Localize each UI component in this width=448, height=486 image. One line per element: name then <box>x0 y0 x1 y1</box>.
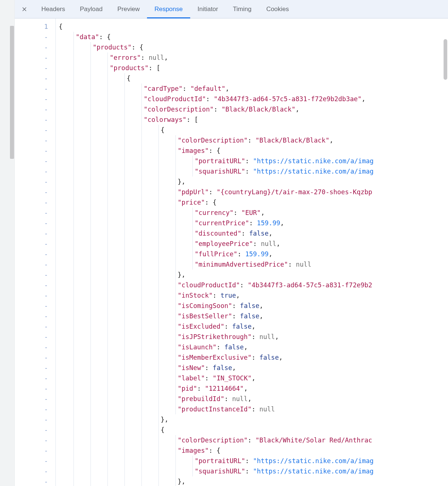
code-line[interactable]: "colorDescription": "Black/Black/Black", <box>57 135 448 146</box>
code-line[interactable]: "isBestSeller": false, <box>57 311 448 321</box>
gutter-line[interactable]: - <box>15 270 48 280</box>
code-line[interactable]: "currency": "EUR", <box>57 208 448 218</box>
scroll-thumb-left[interactable] <box>10 26 14 159</box>
gutter-line[interactable]: - <box>15 208 48 218</box>
code-line[interactable]: "squarishURL": "https://static.nike.com/… <box>57 466 448 476</box>
gutter-line[interactable]: - <box>15 218 48 228</box>
gutter-line[interactable]: - <box>15 125 48 135</box>
code-line[interactable]: "employeePrice": null, <box>57 239 448 249</box>
code-line[interactable]: "portraitURL": "https://static.nike.com/… <box>57 156 448 166</box>
code-line[interactable]: "minimumAdvertisedPrice": null <box>57 259 448 270</box>
code-line[interactable]: "price": { <box>57 197 448 208</box>
code-line[interactable]: "pid": "12114664", <box>57 383 448 394</box>
gutter-line[interactable]: - <box>15 187 48 197</box>
gutter-line[interactable]: - <box>15 456 48 466</box>
code-line[interactable]: "productInstanceId": null <box>57 404 448 414</box>
gutter-line[interactable]: - <box>15 435 48 445</box>
tab-preview[interactable]: Preview <box>110 0 147 18</box>
code-line[interactable]: "label": "IN_STOCK", <box>57 373 448 383</box>
code-line[interactable]: "portraitURL": "https://static.nike.com/… <box>57 456 448 466</box>
code-line[interactable]: "isComingSoon": false, <box>57 301 448 311</box>
gutter-line[interactable]: - <box>15 249 48 259</box>
code-line[interactable]: "isMemberExclusive": false, <box>57 352 448 363</box>
gutter-line[interactable]: - <box>15 321 48 332</box>
tab-headers[interactable]: Headers <box>34 0 72 18</box>
gutter-line[interactable]: - <box>15 373 48 383</box>
gutter-line[interactable]: - <box>15 239 48 249</box>
gutter-line[interactable]: - <box>15 73 48 83</box>
code-line[interactable]: "isExcluded": false, <box>57 321 448 332</box>
gutter-line[interactable]: - <box>15 94 48 104</box>
code-line[interactable]: "pdpUrl": "{countryLang}/t/air-max-270-s… <box>57 187 448 197</box>
code-line[interactable]: { <box>57 425 448 435</box>
code-line[interactable]: }, <box>57 270 448 280</box>
gutter-line[interactable]: - <box>15 311 48 321</box>
tab-initiator[interactable]: Initiator <box>190 0 226 18</box>
gutter-line[interactable]: - <box>15 414 48 425</box>
code-line[interactable]: "products": [ <box>57 63 448 73</box>
code-area[interactable]: 1---------------------------------------… <box>15 18 448 486</box>
code-line[interactable]: "products": { <box>57 42 448 52</box>
scroll-thumb-right[interactable] <box>444 39 447 80</box>
code-line[interactable]: "currentPrice": 159.99, <box>57 218 448 228</box>
tab-response[interactable]: Response <box>147 0 190 18</box>
code-line[interactable]: "errors": null, <box>57 52 448 63</box>
gutter-line[interactable]: - <box>15 42 48 52</box>
code-line[interactable]: { <box>57 125 448 135</box>
gutter-line[interactable]: - <box>15 466 48 476</box>
code-line[interactable]: "cardType": "default", <box>57 83 448 94</box>
gutter-line[interactable]: - <box>15 32 48 42</box>
gutter-line[interactable]: - <box>15 363 48 373</box>
gutter-line[interactable]: - <box>15 290 48 301</box>
code-line[interactable]: "prebuildId": null, <box>57 394 448 404</box>
gutter-line[interactable]: - <box>15 445 48 456</box>
gutter-line[interactable]: - <box>15 228 48 239</box>
code-line[interactable]: "images": { <box>57 146 448 156</box>
code-line[interactable]: "colorDescription": "Black/Black/Black", <box>57 104 448 114</box>
tab-timing[interactable]: Timing <box>225 0 259 18</box>
tab-cookies[interactable]: Cookies <box>259 0 296 18</box>
gutter-line[interactable]: - <box>15 394 48 404</box>
code-content[interactable]: {"data": {"products": {"errors": null,"p… <box>55 18 448 486</box>
code-line[interactable]: "images": { <box>57 445 448 456</box>
gutter-line[interactable]: - <box>15 404 48 414</box>
code-line[interactable]: "colorDescription": "Black/White/Solar R… <box>57 435 448 445</box>
gutter-line[interactable]: - <box>15 104 48 114</box>
gutter-line[interactable]: 1 <box>15 21 48 32</box>
gutter-line[interactable]: - <box>15 476 48 486</box>
code-line[interactable]: }, <box>57 414 448 425</box>
gutter-line[interactable]: - <box>15 114 48 125</box>
gutter-line[interactable]: - <box>15 52 48 63</box>
code-line[interactable]: "isNew": false, <box>57 363 448 373</box>
code-line[interactable]: }, <box>57 177 448 187</box>
gutter-line[interactable]: - <box>15 63 48 73</box>
code-line[interactable]: "isJPStrikethrough": null, <box>57 332 448 342</box>
gutter-line[interactable]: - <box>15 352 48 363</box>
code-line[interactable]: "cloudProductId": "4b3447f3-ad64-57c5-a8… <box>57 280 448 290</box>
gutter-line[interactable]: - <box>15 301 48 311</box>
gutter-line[interactable]: - <box>15 135 48 146</box>
gutter-line[interactable]: - <box>15 83 48 94</box>
gutter-line[interactable]: - <box>15 166 48 177</box>
code-line[interactable]: "squarishURL": "https://static.nike.com/… <box>57 166 448 177</box>
gutter-line[interactable]: - <box>15 342 48 352</box>
gutter-line[interactable]: - <box>15 383 48 394</box>
code-line[interactable]: "isLaunch": false, <box>57 342 448 352</box>
gutter-line[interactable]: - <box>15 156 48 166</box>
gutter-line[interactable]: - <box>15 280 48 290</box>
close-button[interactable] <box>18 3 31 16</box>
code-line[interactable]: "fullPrice": 159.99, <box>57 249 448 259</box>
gutter-line[interactable]: - <box>15 332 48 342</box>
gutter-line[interactable]: - <box>15 259 48 270</box>
code-line[interactable]: }, <box>57 476 448 486</box>
gutter-line[interactable]: - <box>15 146 48 156</box>
code-line[interactable]: "colorways": [ <box>57 114 448 125</box>
code-line[interactable]: { <box>57 73 448 83</box>
code-line[interactable]: "data": { <box>57 32 448 42</box>
code-line[interactable]: "cloudProductId": "4b3447f3-ad64-57c5-a8… <box>57 94 448 104</box>
gutter-line[interactable]: - <box>15 177 48 187</box>
code-line[interactable]: { <box>57 21 448 32</box>
tab-payload[interactable]: Payload <box>72 0 110 18</box>
code-line[interactable]: "discounted": false, <box>57 228 448 239</box>
code-line[interactable]: "inStock": true, <box>57 290 448 301</box>
